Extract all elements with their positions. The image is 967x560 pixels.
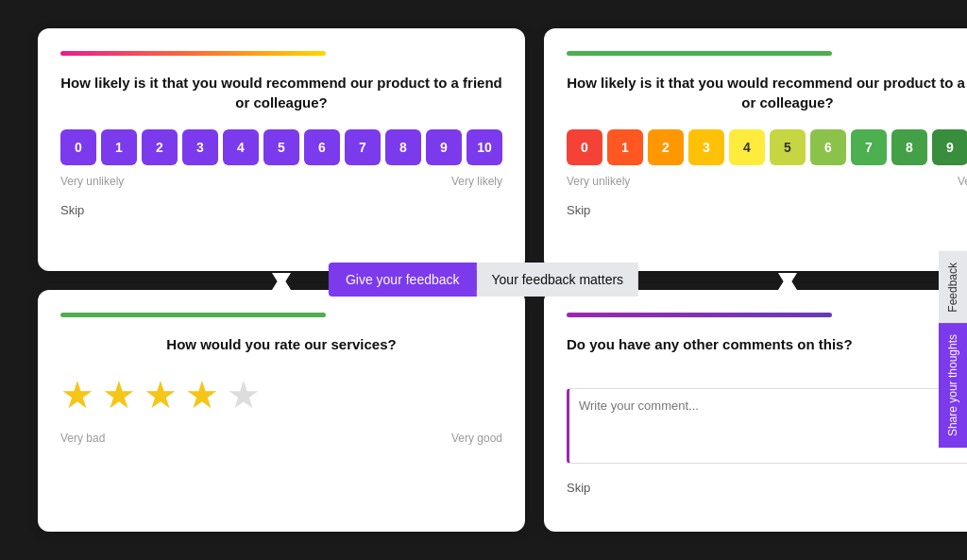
star-1[interactable]: ★ bbox=[60, 373, 94, 416]
connector-area: Give your feedback Your feedback matters bbox=[329, 263, 638, 297]
top-bar-bottom-right bbox=[567, 313, 832, 317]
bottom-left-card: How would you rate our services? ★ ★ ★ ★… bbox=[38, 290, 525, 533]
label-very-unlikely-tr: Very unlikely bbox=[567, 175, 630, 188]
nps-btn-tl-9[interactable]: 9 bbox=[426, 129, 462, 165]
question-bottom-right: Do you have any other comments on this? bbox=[567, 334, 967, 354]
label-very-likely-tl: Very likely bbox=[451, 175, 502, 188]
star-3[interactable]: ★ bbox=[144, 373, 178, 416]
label-very-likely-tr: Very likely bbox=[958, 175, 967, 188]
nps-btn-tl-2[interactable]: 2 bbox=[142, 129, 178, 165]
nps-btn-tl-5[interactable]: 5 bbox=[263, 129, 299, 165]
nps-btn-tl-1[interactable]: 1 bbox=[101, 129, 137, 165]
nps-btn-tr-2[interactable]: 2 bbox=[648, 129, 684, 165]
nps-btn-tl-6[interactable]: 6 bbox=[304, 129, 340, 165]
label-very-good: Very good bbox=[451, 432, 502, 445]
question-bottom-left: How would you rate our services? bbox=[60, 334, 502, 354]
star-4[interactable]: ★ bbox=[185, 373, 219, 416]
top-bar-left bbox=[60, 51, 326, 56]
nps-btn-tl-8[interactable]: 8 bbox=[385, 129, 421, 165]
nps-btn-tr-7[interactable]: 7 bbox=[851, 129, 887, 165]
star-5[interactable]: ★ bbox=[227, 373, 261, 416]
question-top-left: How likely is it that you would recommen… bbox=[60, 73, 502, 112]
nps-btn-tl-0[interactable]: 0 bbox=[60, 129, 96, 165]
nps-btn-tl-4[interactable]: 4 bbox=[223, 129, 259, 165]
nps-btn-tr-4[interactable]: 4 bbox=[729, 129, 765, 165]
star-2[interactable]: ★ bbox=[102, 373, 136, 416]
top-left-card: How likely is it that you would recommen… bbox=[38, 28, 525, 271]
arrow-up-left bbox=[272, 275, 291, 290]
nps-btn-tl-10[interactable]: 10 bbox=[467, 129, 502, 165]
nps-btn-tr-5[interactable]: 5 bbox=[770, 129, 806, 165]
top-bar-right bbox=[567, 51, 832, 56]
nps-btn-tl-3[interactable]: 3 bbox=[182, 129, 218, 165]
scale-labels-bottom-left: Very bad Very good bbox=[60, 432, 502, 445]
comment-input[interactable] bbox=[567, 388, 967, 464]
skip-link-top-left[interactable]: Skip bbox=[60, 203, 84, 217]
nps-btn-tl-7[interactable]: 7 bbox=[345, 129, 381, 165]
feedback-matters-label: Your feedback matters bbox=[477, 263, 639, 297]
nps-btn-tr-6[interactable]: 6 bbox=[810, 129, 846, 165]
question-top-right: How likely is it that you would recommen… bbox=[567, 73, 967, 112]
label-very-bad: Very bad bbox=[60, 432, 105, 445]
scale-labels-top-right: Very unlikely Very likely bbox=[567, 175, 967, 188]
nps-btn-tr-9[interactable]: 9 bbox=[932, 129, 967, 165]
nps-btn-tr-3[interactable]: 3 bbox=[688, 129, 724, 165]
nps-btn-tr-0[interactable]: 0 bbox=[567, 129, 602, 165]
stars-row: ★ ★ ★ ★ ★ bbox=[60, 373, 502, 416]
give-feedback-button[interactable]: Give your feedback bbox=[329, 263, 477, 297]
top-right-card: How likely is it that you would recommen… bbox=[544, 28, 967, 271]
bottom-right-card: Do you have any other comments on this? … bbox=[544, 290, 967, 533]
nps-btn-tr-1[interactable]: 1 bbox=[607, 129, 643, 165]
top-bar-bottom-left bbox=[60, 313, 326, 317]
nps-scale-top-right: 012345678910 bbox=[567, 129, 967, 165]
scale-labels-top-left: Very unlikely Very likely bbox=[60, 175, 502, 188]
label-very-unlikely-tl: Very unlikely bbox=[60, 175, 124, 188]
tab-share-thoughts[interactable]: Share your thoughts bbox=[939, 323, 967, 448]
skip-link-top-right[interactable]: Skip bbox=[567, 203, 590, 217]
skip-link-bottom-right[interactable]: Skip bbox=[567, 481, 590, 495]
arrow-up-right bbox=[778, 275, 797, 290]
sidebar-tabs: Feedback Share your thoughts bbox=[939, 251, 967, 449]
tab-feedback[interactable]: Feedback bbox=[939, 251, 967, 324]
nps-scale-top-left: 012345678910 bbox=[60, 129, 502, 165]
nps-btn-tr-8[interactable]: 8 bbox=[891, 129, 927, 165]
